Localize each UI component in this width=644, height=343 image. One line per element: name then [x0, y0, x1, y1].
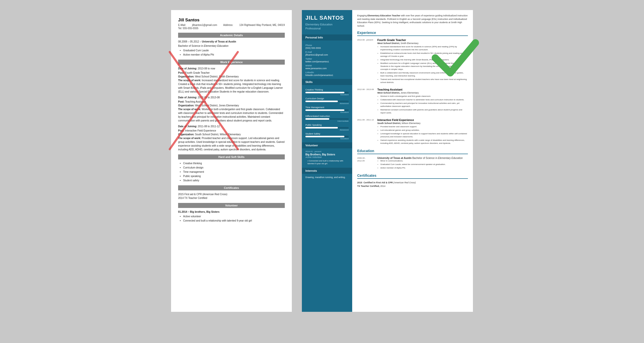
volunteer-role: Active Volunteer [305, 156, 349, 158]
edu-bullets: Minor in communications. Graduated Cum L… [377, 159, 468, 169]
exp-date-0: 2013-08 - present [357, 38, 375, 84]
volunteer-date: 2014-01 - present [305, 150, 349, 153]
skills-content: Creative Thinking Excellent Curriculum D… [302, 85, 352, 142]
exp-date-1: 2012-08 - 2013-08 [357, 88, 375, 115]
job1-date: Date of Joining: 2013-08 to now [178, 67, 285, 70]
left-phone-row: Tel: 555-555-5555 [178, 27, 285, 30]
volunteer-content: 2014-01 - present Big Brothers, Big Sist… [302, 148, 352, 167]
left-address: 134 Rightward Way Portland, ME, 04019 [239, 24, 285, 26]
sidebar-title: Elementary Education Professional [305, 23, 349, 30]
skill-level-3: Intermediate [305, 120, 349, 122]
skill-bar-bg-5 [305, 136, 349, 137]
skills-title: Skills [302, 79, 352, 85]
email-value: jillsantos1@gmail.com [305, 54, 349, 56]
resume-left: Jill Santos E-Mail: jillsantos1@gmail.co… [171, 10, 292, 312]
exp-bullet: Maintained constant communication with p… [380, 108, 468, 114]
volunteer-bullet-1: Active volunteer [183, 215, 285, 218]
skill-level-4: Advanced [305, 129, 349, 131]
exp-org-0: West School District, Smith Elementary [377, 42, 468, 45]
exp-detail-0: Fourth Grade Teacher West School Distric… [377, 38, 468, 84]
job2-date: Date of Joining: 2012-08 to 2013-08 [178, 96, 285, 99]
cert-right-1: 2015 Certified in First Aid & CPR (Ameri… [357, 181, 468, 184]
cert-right-2: TX Teacher Certified, 2014 [357, 185, 468, 187]
skill-bar-fill-5 [305, 136, 344, 137]
personal-info-content: Phone (555) 555-5555 E-mail jillsantos1@… [302, 40, 352, 78]
volunteer-title: Volunteer [302, 142, 352, 148]
skill-bar-bg-0 [305, 92, 349, 93]
skill-name-3: Differentiated Instruction [305, 115, 349, 117]
exp-item-2: 2011-09 - 2011-12 Interactive Field Expe… [357, 118, 468, 145]
left-email-label: E-Mail: [178, 24, 186, 26]
academic-bullet-1: Graduated Cum Laude [183, 49, 285, 52]
skill-item-5: Student Safety Excellent [305, 133, 349, 140]
skill-item-4: Public Speaking Advanced [305, 124, 349, 131]
phone-label: Phone [305, 44, 349, 47]
exp-bullets-1: Worked in both a kindergarten and first … [377, 95, 468, 114]
skill-name-1: Curriculum Design [305, 97, 349, 100]
work-section-content: Date of Joining: 2013-08 to now Post: Fo… [178, 67, 285, 151]
skill-item-2: Time Management Excellent [305, 106, 349, 113]
edu-degree: University of Texas at Austin Bachelor o… [377, 157, 468, 159]
certificates-title: Certificates [357, 174, 468, 179]
academic-section-bar: Academic Details [178, 33, 285, 38]
academic-degree: Bachelor of Science in Elementary Educat… [178, 44, 285, 48]
twitter-label: Twitter [305, 58, 349, 60]
interests-content: Drawing, marathon running, and writing. [302, 174, 352, 181]
education-title: Education [357, 149, 468, 154]
exp-detail-1: Teaching Assistant West School District,… [377, 88, 468, 115]
exp-item-0: 2013-08 - present Fourth Grade Teacher W… [357, 38, 468, 84]
academic-degree-field: Elementary Education [204, 45, 228, 47]
edu-date: 2008-08 -2012-05 [357, 157, 375, 170]
volunteer-org: Big Brothers, Big Sisters [305, 153, 349, 156]
sidebar-name: JILL SANTOS [305, 15, 349, 21]
exp-item-1: 2012-08 - 2013-08 Teaching Assistant Wes… [357, 88, 468, 115]
sidebar: JILL SANTOS Elementary Education Profess… [302, 10, 352, 312]
twitter-value: twitter.com/janesantos1 [305, 60, 349, 63]
job3-scope: The scope of work: Provided teacher and … [178, 136, 285, 151]
linkedin-value: linkedin.com/in/janesantos1 [305, 74, 349, 76]
job1-org: Organization: West School District, Smit… [178, 75, 285, 78]
exp-bullet: Leveraged knowledge in special education… [380, 132, 468, 138]
skill-item-0: Creative Thinking Excellent [305, 89, 349, 96]
volunteer-bullet-2: Connected and built a relationship with … [183, 219, 285, 223]
left-email: jillsantos1@gmail.com [192, 24, 217, 26]
interests-text: Drawing, marathon running, and writing. [305, 176, 349, 179]
volunteer-bullets: Active volunteer Connected and built a r… [183, 215, 285, 223]
job3-date: Date of Joining: 2011-08 to 2011-12 [178, 124, 285, 128]
interests-title: Interests [302, 168, 352, 174]
left-phone-label: Tel: [178, 27, 182, 30]
skill-1: Creative thinking [183, 161, 285, 165]
left-address-label: Address: [223, 24, 233, 26]
job2-scope: The scope of work: Worked in both a kind… [178, 107, 285, 122]
left-phone: 555-555-5555 [183, 27, 198, 30]
edu-bullet-2: Graduated Cum Laude; asked be commenceme… [380, 163, 468, 166]
skill-3: Time management [183, 170, 285, 174]
exp-title-2: Interactive Field Experience [377, 118, 468, 121]
volunteer-section-bar: Volunteer [178, 203, 285, 208]
skill-bar-fill-1 [305, 101, 338, 102]
cert-2: 2014 TX Teacher Certified [178, 196, 285, 200]
phone-value: (555) 555-5555 [305, 47, 349, 49]
skill-bar-bg-1 [305, 101, 349, 102]
skill-item-3: Differentiated Instruction Intermediate [305, 115, 349, 122]
cert-1: 2015 First aid & CPR (American Red Cross… [178, 192, 285, 196]
skill-bar-bg-2 [305, 109, 349, 111]
exp-bullet: Integrated technology into learning with… [380, 58, 468, 61]
skill-name-2: Time Management [305, 106, 349, 109]
exp-bullet: Commended by teachers and principal for … [380, 102, 468, 108]
exp-date-2: 2011-09 - 2011-12 [357, 118, 375, 145]
exp-bullet: Provided teacher and classroom support. [380, 125, 468, 128]
exp-bullet: Gained experience assisting students wit… [380, 139, 468, 145]
academic-section-content: 08.2008 – 05.2012 – University of Texas … [178, 40, 285, 57]
volunteer-section-content: 01.2014 – Big brothers, Big Sisters Acti… [178, 210, 285, 223]
skill-level-0: Excellent [305, 94, 349, 96]
job2-org: Organization: West School District, Jone… [178, 104, 285, 107]
exp-bullet: Collaborated with classroom teacher to a… [380, 98, 468, 101]
skill-name-0: Creative Thinking [305, 89, 349, 91]
work-section-bar: Work Experience [178, 60, 285, 65]
skill-5: Student safety [183, 179, 285, 182]
exp-bullet: Modified curriculum for a English Langua… [380, 62, 468, 71]
skill-bar-fill-4 [305, 127, 338, 128]
exp-bullet: Established an extracurricular book club… [380, 52, 468, 58]
exp-title-0: Fourth Grade Teacher [377, 38, 468, 41]
